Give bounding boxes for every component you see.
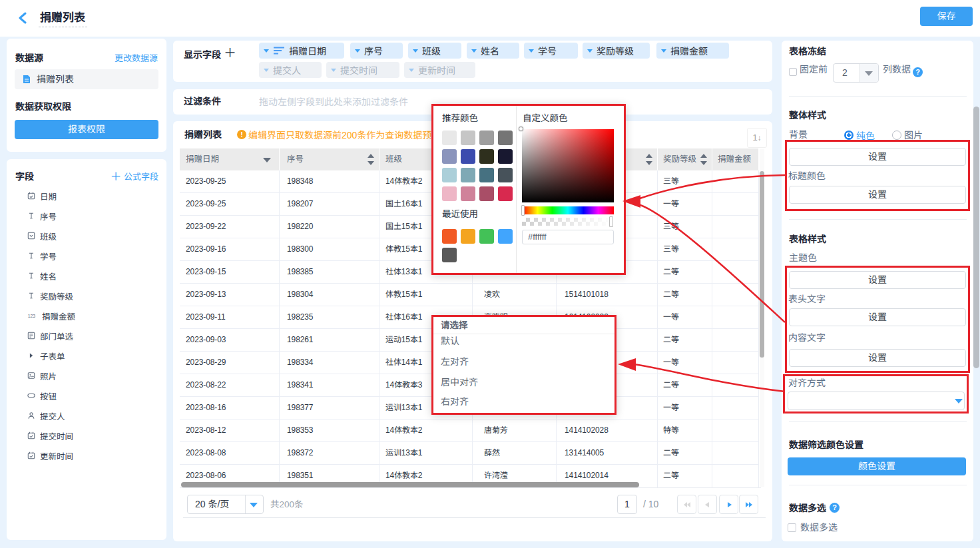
svg-text:123: 123 xyxy=(28,314,36,318)
